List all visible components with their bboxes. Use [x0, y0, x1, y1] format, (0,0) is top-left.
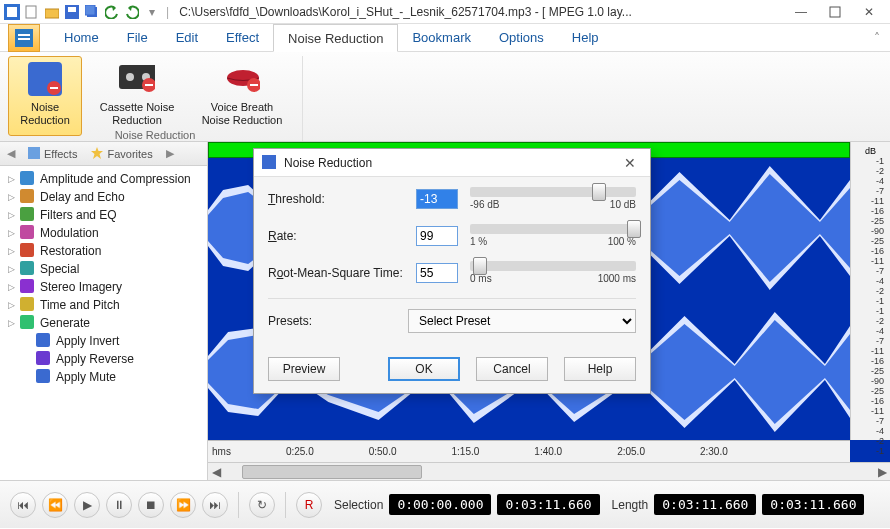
stop-button[interactable]: ⏹	[138, 492, 164, 518]
voice-breath-noise-reduction-button[interactable]: Voice Breath Noise Reduction	[192, 56, 292, 136]
svg-rect-2	[26, 6, 36, 18]
redo-icon[interactable]	[124, 4, 140, 20]
rms-slider[interactable]: 0 ms 1000 ms	[470, 261, 636, 284]
scroll-right-icon[interactable]: ▶	[874, 464, 890, 480]
rms-label: Root-Mean-Square Time:	[268, 266, 408, 280]
tree-item[interactable]: ▷Stereo Imagery	[0, 278, 207, 296]
loop-button[interactable]: ↻	[249, 492, 275, 518]
db-scale: dB -1-2-4-7-11-16-25-90-25-16-11-7-4-2-1…	[850, 142, 890, 440]
selection-start: 0:00:00.000	[389, 494, 491, 515]
ok-button[interactable]: OK	[388, 357, 460, 381]
star-icon	[91, 147, 105, 161]
rate-input[interactable]	[416, 226, 458, 246]
effect-category-icon	[36, 369, 52, 385]
threshold-label: Threshold:	[268, 192, 408, 206]
tree-item[interactable]: ▷Modulation	[0, 224, 207, 242]
rate-slider[interactable]: 1 % 100 %	[470, 224, 636, 247]
disclosure-icon[interactable]: ▷	[6, 228, 16, 238]
save-icon[interactable]	[64, 4, 80, 20]
fast-forward-button[interactable]: ⏩	[170, 492, 196, 518]
tree-item-label: Generate	[40, 316, 90, 330]
qat-dropdown-icon[interactable]: ▾	[144, 4, 160, 20]
tree-item[interactable]: Apply Reverse	[0, 350, 207, 368]
tab-noise-reduction[interactable]: Noise Reduction	[273, 24, 398, 52]
pause-button[interactable]: ⏸	[106, 492, 132, 518]
cancel-button[interactable]: Cancel	[476, 357, 548, 381]
tree-item[interactable]: ▷Delay and Echo	[0, 188, 207, 206]
play-button[interactable]: ▶	[74, 492, 100, 518]
tree-item-label: Amplitude and Compression	[40, 172, 191, 186]
noise-reduction-button[interactable]: Noise Reduction	[8, 56, 82, 136]
undo-icon[interactable]	[104, 4, 120, 20]
tree-item-label: Filters and EQ	[40, 208, 117, 222]
sidebar-prev-icon[interactable]: ◀	[4, 147, 18, 161]
disclosure-icon[interactable]: ▷	[6, 210, 16, 220]
cassette-noise-reduction-button[interactable]: Cassette Noise Reduction	[92, 56, 182, 136]
disclosure-icon[interactable]: ▷	[6, 264, 16, 274]
minimize-ribbon-button[interactable]: ˄	[864, 24, 890, 51]
timeline[interactable]: hms 0:25.0 0:50.0 1:15.0 1:40.0 2:05.0 2…	[208, 440, 850, 462]
tab-bookmark[interactable]: Bookmark	[398, 24, 485, 51]
help-button[interactable]: Help	[564, 357, 636, 381]
skip-start-button[interactable]: ⏮	[10, 492, 36, 518]
sidebar-next-icon[interactable]: ▶	[163, 147, 177, 161]
disclosure-icon[interactable]: ▷	[6, 246, 16, 256]
record-button[interactable]: R	[296, 492, 322, 518]
dialog-close-button[interactable]: ✕	[618, 155, 642, 171]
threshold-input[interactable]	[416, 189, 458, 209]
tab-home[interactable]: Home	[50, 24, 113, 51]
disclosure-icon[interactable]: ▷	[6, 192, 16, 202]
dialog-title: Noise Reduction	[284, 156, 372, 170]
open-icon[interactable]	[44, 4, 60, 20]
rate-min: 1 %	[470, 236, 487, 247]
threshold-slider[interactable]: -96 dB 10 dB	[470, 187, 636, 210]
effect-category-icon	[36, 333, 52, 349]
tab-file[interactable]: File	[113, 24, 162, 51]
tree-item[interactable]: ▷Time and Pitch	[0, 296, 207, 314]
presets-select[interactable]: Select Preset	[408, 309, 636, 333]
db-mark: -7	[853, 416, 884, 426]
svg-rect-27	[20, 207, 34, 221]
effect-category-icon	[20, 297, 36, 313]
tree-item[interactable]: ▷Restoration	[0, 242, 207, 260]
minimize-button[interactable]: —	[784, 0, 818, 24]
db-mark: -25	[853, 236, 884, 246]
tree-item[interactable]: Apply Invert	[0, 332, 207, 350]
sidebar-tab-favorites[interactable]: Favorites	[87, 145, 156, 163]
tree-item[interactable]: ▷Special	[0, 260, 207, 278]
db-mark: -11	[853, 256, 884, 266]
save-multi-icon[interactable]	[84, 4, 100, 20]
scroll-thumb[interactable]	[242, 465, 422, 479]
new-icon[interactable]	[24, 4, 40, 20]
tree-item-label: Special	[40, 262, 79, 276]
tab-options[interactable]: Options	[485, 24, 558, 51]
scroll-left-icon[interactable]: ◀	[208, 464, 224, 480]
sidebar-tab-effects[interactable]: Effects	[24, 145, 81, 163]
tree-item[interactable]: ▷Generate	[0, 314, 207, 332]
svg-rect-35	[36, 351, 50, 365]
ribbon-btn-label: Reduction	[20, 114, 70, 127]
disclosure-icon[interactable]: ▷	[6, 318, 16, 328]
disclosure-icon[interactable]: ▷	[6, 282, 16, 292]
dialog-buttons: Preview OK Cancel Help	[254, 349, 650, 393]
dialog-icon	[262, 155, 278, 171]
disclosure-icon[interactable]: ▷	[6, 174, 16, 184]
h-scrollbar[interactable]: ◀ ▶	[208, 462, 890, 480]
quick-access-toolbar: ▾ |	[4, 4, 171, 20]
rms-input[interactable]	[416, 263, 458, 283]
disclosure-icon[interactable]: ▷	[6, 300, 16, 310]
tab-effect[interactable]: Effect	[212, 24, 273, 51]
preview-button[interactable]: Preview	[268, 357, 340, 381]
tree-item[interactable]: Apply Mute	[0, 368, 207, 386]
tree-item[interactable]: ▷Amplitude and Compression	[0, 170, 207, 188]
close-button[interactable]: ✕	[852, 0, 886, 24]
tab-help[interactable]: Help	[558, 24, 613, 51]
app-menu-button[interactable]	[8, 24, 40, 52]
svg-rect-30	[20, 261, 34, 275]
maximize-button[interactable]	[818, 0, 852, 24]
tab-edit[interactable]: Edit	[162, 24, 212, 51]
rewind-button[interactable]: ⏪	[42, 492, 68, 518]
tree-item[interactable]: ▷Filters and EQ	[0, 206, 207, 224]
skip-end-button[interactable]: ⏭	[202, 492, 228, 518]
tree-item-label: Apply Mute	[56, 370, 116, 384]
